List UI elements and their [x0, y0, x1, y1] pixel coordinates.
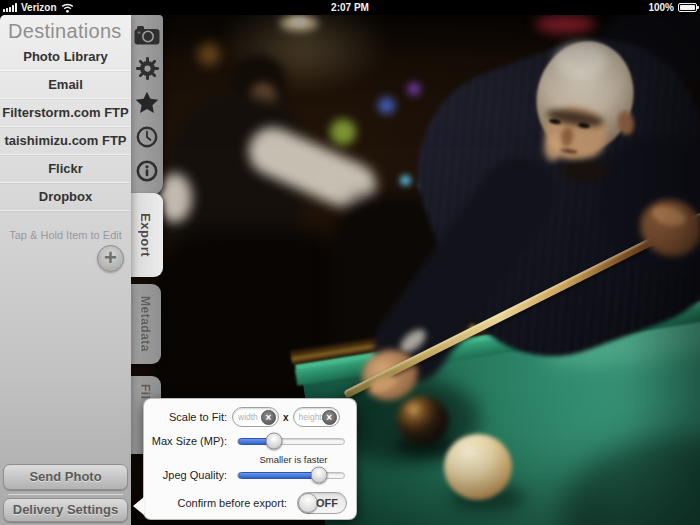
- add-destination-button[interactable]: +: [97, 245, 124, 272]
- destinations-panel: Destinations Photo Library Email Filters…: [0, 15, 131, 525]
- destination-filterstorm-ftp[interactable]: Filterstorm.com FTP: [0, 99, 131, 127]
- battery-icon: [678, 3, 697, 12]
- bokeh-light: [330, 119, 356, 145]
- max-size-slider[interactable]: [237, 438, 345, 445]
- clear-width-button[interactable]: ×: [261, 410, 276, 425]
- battery-percent-label: 100%: [648, 2, 674, 13]
- height-field[interactable]: ×: [293, 407, 340, 427]
- status-right: 100%: [648, 0, 697, 15]
- tab-favorites[interactable]: [134, 90, 160, 115]
- bokeh-light: [400, 175, 411, 186]
- player-head: [555, 43, 607, 77]
- destination-taishimizu-ftp[interactable]: taishimizu.com FTP: [0, 127, 131, 155]
- slider-fill: [238, 472, 319, 479]
- background-person: [158, 173, 192, 223]
- destination-dropbox[interactable]: Dropbox: [0, 183, 131, 211]
- delivery-settings-popover: Scale to Fit: × x × Max Size (MP): Small…: [143, 398, 357, 520]
- tab-settings[interactable]: [134, 56, 160, 81]
- tool-tab-rail: [131, 15, 163, 195]
- clear-height-button[interactable]: ×: [322, 410, 337, 425]
- cream-billiard-ball: [444, 434, 512, 500]
- player-face: [560, 161, 610, 181]
- tab-export[interactable]: Export: [128, 193, 163, 277]
- scale-to-fit-label: Scale to Fit:: [144, 411, 232, 423]
- confirm-export-toggle[interactable]: OFF: [297, 492, 347, 514]
- clock-icon: [135, 125, 159, 149]
- confirm-export-label: Confirm before export:: [144, 497, 292, 509]
- max-size-label: Max Size (MP):: [144, 435, 232, 447]
- bokeh-light: [408, 83, 420, 95]
- max-size-row: Max Size (MP):: [144, 429, 358, 453]
- toggle-state-label: OFF: [316, 493, 338, 513]
- jpeg-quality-label: Jpeg Quality:: [144, 469, 232, 481]
- tab-info[interactable]: [134, 158, 160, 183]
- width-field[interactable]: ×: [232, 407, 279, 427]
- tab-history[interactable]: [134, 124, 160, 149]
- max-size-slider-thumb[interactable]: [266, 433, 283, 450]
- scale-to-fit-row: Scale to Fit: × x ×: [144, 405, 358, 429]
- jpeg-quality-slider[interactable]: [237, 472, 345, 479]
- height-input[interactable]: [299, 408, 325, 426]
- bokeh-light: [198, 43, 220, 65]
- tab-metadata[interactable]: Metadata: [128, 284, 161, 364]
- popover-arrow: [133, 497, 144, 515]
- star-icon: [134, 90, 160, 116]
- send-photo-button[interactable]: Send Photo: [3, 464, 128, 490]
- dimension-separator: x: [283, 412, 289, 423]
- destinations-list: Photo Library Email Filterstorm.com FTP …: [0, 43, 131, 211]
- info-icon: [135, 159, 159, 183]
- divider: [8, 494, 123, 495]
- tab-camera[interactable]: [134, 22, 160, 47]
- gear-icon: [135, 56, 160, 81]
- jpeg-quality-row: Jpeg Quality:: [144, 463, 358, 487]
- toggle-knob: [298, 493, 318, 513]
- player-face: [544, 135, 562, 161]
- tap-hold-hint: Tap & Hold Item to Edit: [0, 229, 131, 241]
- camera-icon: [134, 25, 160, 45]
- bokeh-light: [378, 97, 395, 114]
- clock-label: 2:07 PM: [0, 0, 700, 15]
- jpeg-quality-slider-thumb[interactable]: [310, 467, 327, 484]
- panel-title: Destinations: [0, 15, 131, 43]
- delivery-settings-button[interactable]: Delivery Settings: [3, 498, 128, 522]
- destination-email[interactable]: Email: [0, 71, 131, 99]
- status-bar: Verizon 2:07 PM 100%: [0, 0, 700, 15]
- app-screen: Verizon 2:07 PM 100%: [0, 0, 700, 525]
- bokeh-light: [535, 15, 595, 33]
- dark-billiard-ball: [397, 396, 449, 444]
- destination-flickr[interactable]: Flickr: [0, 155, 131, 183]
- confirm-export-row: Confirm before export: OFF: [144, 491, 358, 515]
- destination-photo-library[interactable]: Photo Library: [0, 43, 131, 71]
- ceiling-lamp: [290, 17, 308, 26]
